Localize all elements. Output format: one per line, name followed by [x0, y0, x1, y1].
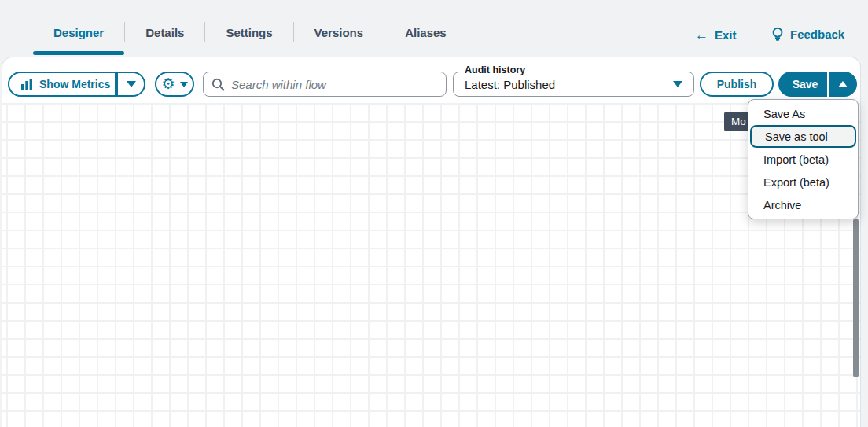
- menu-item-import-beta[interactable]: Import (beta): [748, 148, 858, 171]
- publish-label: Publish: [717, 78, 757, 90]
- menu-item-label: Import (beta): [763, 153, 829, 166]
- vertical-scrollbar-thumb[interactable]: [853, 219, 859, 377]
- menu-item-label: Export (beta): [763, 176, 829, 189]
- tab-bar: Designer Details Settings Versions Alias…: [33, 0, 467, 57]
- tab-aliases-label: Aliases: [405, 26, 447, 39]
- lightbulb-icon: [771, 27, 784, 42]
- save-button[interactable]: Save: [778, 72, 827, 97]
- gear-icon: ⚙: [161, 76, 175, 91]
- menu-item-label: Save as tool: [765, 131, 828, 143]
- show-metrics-dropdown-button[interactable]: [116, 72, 145, 97]
- menu-item-save-as[interactable]: Save As: [748, 102, 858, 125]
- tab-settings-label: Settings: [226, 26, 272, 39]
- header: Designer Details Settings Versions Alias…: [0, 0, 868, 57]
- tab-versions[interactable]: Versions: [294, 0, 384, 57]
- flow-designer-page: Designer Details Settings Versions Alias…: [0, 0, 868, 427]
- audit-history-label: Audit history: [461, 64, 529, 75]
- flow-settings-dropdown-button[interactable]: ⚙: [155, 72, 194, 97]
- menu-item-archive[interactable]: Archive: [748, 193, 858, 216]
- save-label: Save: [793, 78, 818, 90]
- save-dropdown-button[interactable]: [827, 72, 857, 97]
- left-arrow-icon: ←: [695, 28, 708, 42]
- save-dropdown-menu: Save As Save as tool Import (beta) Expor…: [748, 99, 859, 219]
- exit-label: Exit: [715, 28, 737, 42]
- caret-down-icon: [127, 81, 136, 87]
- menu-item-export-beta[interactable]: Export (beta): [748, 171, 858, 193]
- menu-item-save-as-tool[interactable]: Save as tool: [750, 125, 856, 148]
- tab-settings[interactable]: Settings: [205, 0, 292, 57]
- feedback-label: Feedback: [790, 28, 844, 41]
- caret-up-icon: [838, 81, 848, 87]
- exit-button[interactable]: ← Exit: [695, 28, 737, 42]
- tab-details-label: Details: [145, 26, 184, 39]
- tab-designer-label: Designer: [53, 26, 104, 39]
- more-tooltip-text: Mo: [731, 116, 746, 127]
- search-within-flow-box: [203, 72, 447, 97]
- caret-down-icon: [673, 81, 682, 87]
- tab-designer[interactable]: Designer: [33, 0, 124, 57]
- search-icon: [211, 78, 225, 91]
- tab-versions-label: Versions: [314, 26, 364, 39]
- caret-down-icon: [180, 82, 188, 87]
- audit-history-value: Latest: Published: [465, 78, 555, 91]
- tab-aliases[interactable]: Aliases: [384, 0, 467, 57]
- search-input[interactable]: [231, 78, 438, 91]
- publish-button[interactable]: Publish: [700, 72, 774, 97]
- flow-canvas-grid[interactable]: [2, 103, 860, 427]
- menu-item-label: Archive: [763, 199, 801, 212]
- feedback-button[interactable]: Feedback: [771, 27, 844, 42]
- menu-item-label: Save As: [763, 108, 805, 120]
- show-metrics-label: Show Metrics: [39, 78, 110, 90]
- bar-chart-icon: [20, 78, 33, 90]
- tab-details[interactable]: Details: [125, 0, 204, 57]
- show-metrics-button[interactable]: Show Metrics: [8, 72, 116, 97]
